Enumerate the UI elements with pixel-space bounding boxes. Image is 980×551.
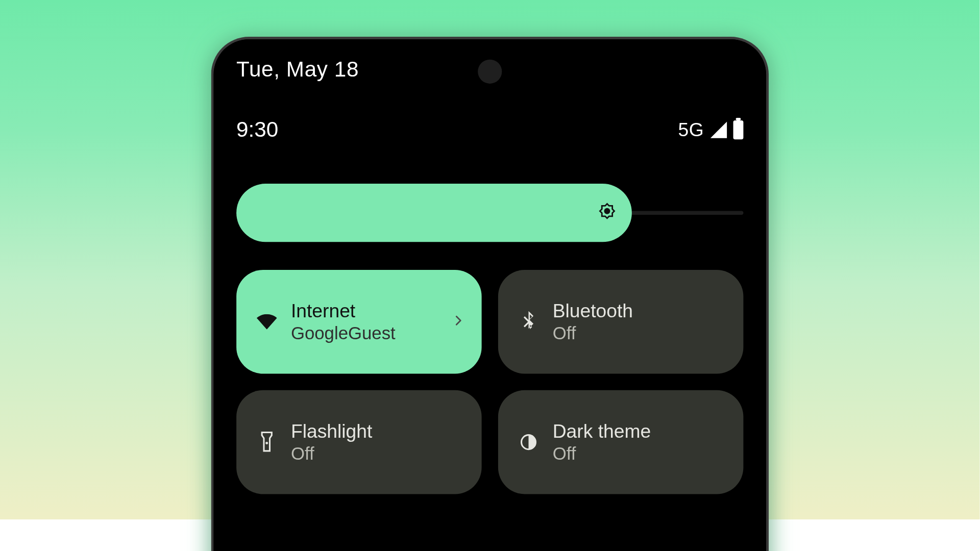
status-right-cluster: 5G (678, 119, 743, 140)
brightness-slider[interactable] (236, 184, 743, 242)
status-bar: 9:30 5G (236, 117, 743, 142)
tile-internet-subtitle: GoogleGuest (291, 323, 396, 344)
status-time: 9:30 (236, 117, 278, 142)
bluetooth-icon (516, 311, 542, 333)
tile-bluetooth-subtitle: Off (553, 323, 633, 344)
tile-flashlight-title: Flashlight (291, 420, 372, 441)
tile-flashlight[interactable]: Flashlight Off (236, 390, 481, 494)
brightness-icon (596, 202, 618, 223)
chevron-right-icon (451, 314, 465, 330)
tile-dark-theme-subtitle: Off (553, 444, 651, 464)
wallpaper-background: Tue, May 18 9:30 5G (0, 0, 980, 519)
svg-point-0 (604, 208, 610, 214)
network-type-label: 5G (678, 119, 704, 140)
dark-theme-icon (516, 433, 542, 452)
cellular-signal-icon (710, 121, 727, 138)
wifi-icon (254, 314, 280, 330)
tile-dark-theme-title: Dark theme (553, 420, 651, 441)
quick-settings-panel: Tue, May 18 9:30 5G (213, 39, 766, 551)
tile-flashlight-subtitle: Off (291, 444, 372, 464)
quick-settings-tiles: Internet GoogleGuest Bluetooth Off (236, 270, 743, 494)
phone-frame: Tue, May 18 9:30 5G (211, 37, 769, 551)
tile-bluetooth-title: Bluetooth (553, 300, 633, 321)
camera-hole (478, 60, 502, 84)
tile-internet-title: Internet (291, 300, 396, 321)
tile-internet[interactable]: Internet GoogleGuest (236, 270, 481, 374)
flashlight-icon (254, 432, 280, 453)
phone-side-button (766, 432, 769, 527)
tile-bluetooth[interactable]: Bluetooth Off (498, 270, 743, 374)
tile-dark-theme[interactable]: Dark theme Off (498, 390, 743, 494)
battery-icon (733, 120, 744, 139)
brightness-fill (236, 184, 632, 242)
svg-point-1 (265, 442, 268, 444)
